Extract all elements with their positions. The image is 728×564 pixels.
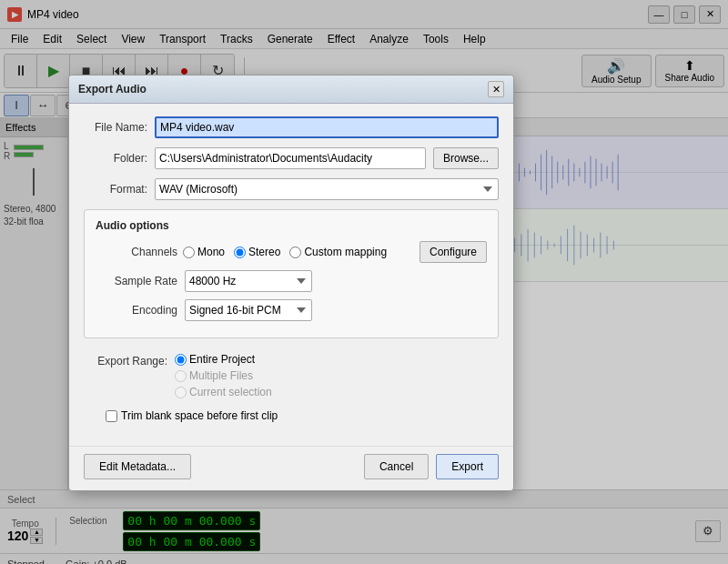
custom-mapping-radio[interactable]	[289, 247, 301, 258]
channels-radio-group: Mono Stereo Custom mapping Configure	[183, 241, 487, 263]
entire-project-radio[interactable]	[175, 354, 187, 366]
export-audio-modal: Export Audio ✕ File Name: Folder: Browse…	[68, 75, 514, 491]
modal-title: Export Audio	[78, 83, 147, 96]
format-label: Format:	[84, 183, 147, 196]
cancel-button[interactable]: Cancel	[364, 454, 429, 479]
audio-options-title: Audio options	[96, 219, 487, 232]
stereo-radio-item[interactable]: Stereo	[234, 246, 280, 258]
edit-metadata-button[interactable]: Edit Metadata...	[84, 454, 191, 479]
stereo-label: Stereo	[248, 246, 280, 258]
modal-footer: Edit Metadata... Cancel Export	[69, 446, 513, 490]
configure-button[interactable]: Configure	[420, 241, 487, 263]
current-selection-radio	[175, 387, 187, 398]
multiple-files-radio-item[interactable]: Multiple Files	[175, 369, 272, 382]
sample-rate-row: Sample Rate 8000 Hz 11025 Hz 22050 Hz 44…	[96, 270, 487, 292]
format-select[interactable]: WAV (Microsoft) AIFF (Apple) MP3 OGG Vor…	[155, 178, 499, 200]
trim-checkbox-item[interactable]: Trim blank space before first clip	[106, 409, 278, 422]
export-range-section: Export Range: Entire Project Multiple Fi…	[84, 347, 499, 404]
modal-body: File Name: Folder: Browse... Format: WAV…	[69, 104, 513, 446]
modal-title-bar: Export Audio ✕	[69, 76, 513, 104]
multiple-files-label: Multiple Files	[189, 369, 253, 382]
export-range-label: Export Range:	[95, 353, 167, 368]
modal-overlay: Export Audio ✕ File Name: Folder: Browse…	[0, 0, 728, 564]
trim-label: Trim blank space before first clip	[121, 409, 278, 422]
channels-label: Channels	[96, 246, 177, 258]
encoding-label: Encoding	[96, 304, 177, 317]
format-row: Format: WAV (Microsoft) AIFF (Apple) MP3…	[84, 178, 499, 200]
trim-row: Trim blank space before first clip	[84, 409, 499, 422]
mono-radio[interactable]	[183, 247, 195, 258]
multiple-files-radio	[175, 370, 187, 382]
folder-input[interactable]	[155, 147, 426, 169]
trim-checkbox[interactable]	[106, 410, 117, 422]
file-name-row: File Name:	[84, 116, 499, 138]
file-name-label: File Name:	[84, 121, 147, 134]
custom-mapping-label: Custom mapping	[304, 246, 387, 258]
sample-rate-label: Sample Rate	[96, 275, 177, 287]
audio-options-section: Audio options Channels Mono Stereo	[84, 209, 499, 338]
current-selection-radio-item[interactable]: Current selection	[175, 386, 272, 398]
export-range-radio-stack: Entire Project Multiple Files Current se…	[175, 353, 272, 398]
entire-project-radio-item[interactable]: Entire Project	[175, 353, 272, 366]
current-selection-label: Current selection	[189, 386, 272, 398]
mono-radio-item[interactable]: Mono	[183, 246, 225, 258]
encoding-row: Encoding Signed 16-bit PCM Signed 24-bit…	[96, 299, 487, 321]
custom-mapping-radio-item[interactable]: Custom mapping	[289, 246, 387, 258]
entire-project-label: Entire Project	[189, 353, 255, 366]
browse-button[interactable]: Browse...	[433, 147, 499, 169]
folder-row: Folder: Browse...	[84, 147, 499, 169]
sample-rate-select[interactable]: 8000 Hz 11025 Hz 22050 Hz 44100 Hz 48000…	[185, 270, 312, 292]
encoding-select[interactable]: Signed 16-bit PCM Signed 24-bit PCM 32-b…	[185, 299, 312, 321]
channels-row: Channels Mono Stereo Custom mapping	[96, 241, 487, 263]
stereo-radio[interactable]	[234, 247, 246, 258]
modal-close-button[interactable]: ✕	[488, 81, 504, 97]
file-name-input[interactable]	[155, 116, 499, 138]
export-button[interactable]: Export	[436, 454, 499, 479]
mono-label: Mono	[197, 246, 225, 258]
folder-label: Folder:	[84, 152, 147, 165]
